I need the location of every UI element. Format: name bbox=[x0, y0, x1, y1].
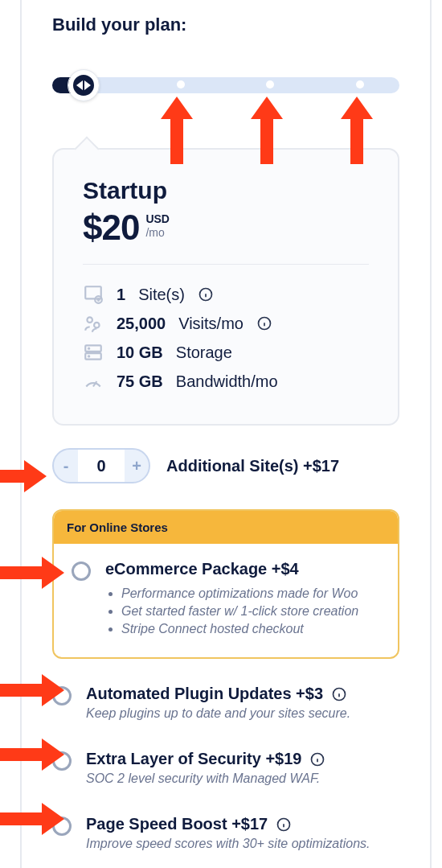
slider-track bbox=[52, 77, 399, 93]
page-title: Build your plan: bbox=[52, 14, 399, 35]
slider-handle[interactable] bbox=[68, 70, 99, 101]
spec-sites: 1 Site(s) bbox=[83, 284, 369, 305]
addon-security: Extra Layer of Security +$19 SOC 2 level… bbox=[52, 747, 399, 789]
spec-bandwidth: 75 GB Bandwidth/mo bbox=[83, 371, 369, 392]
plan-currency: USD bbox=[145, 212, 170, 226]
spec-bandwidth-value: 75 GB bbox=[117, 372, 163, 391]
plan-card: Startup $20 USD /mo 1 Site(s) 25,000 Vi bbox=[52, 148, 399, 426]
svg-point-3 bbox=[87, 317, 92, 323]
info-icon[interactable] bbox=[198, 286, 214, 302]
ecommerce-bullet: Get started faster w/ 1-click store crea… bbox=[121, 604, 358, 619]
info-icon[interactable] bbox=[256, 315, 272, 331]
addon-desc: Improve speed scores with 30+ site optim… bbox=[86, 837, 399, 851]
svg-point-9 bbox=[88, 356, 89, 356]
plan-price-row: $20 USD /mo bbox=[83, 208, 369, 248]
addon-desc: Keep plugins up to date and your sites s… bbox=[86, 706, 399, 721]
info-icon[interactable] bbox=[309, 751, 325, 767]
ecommerce-bullet-list: Performance optimizations made for Woo G… bbox=[105, 586, 358, 636]
spec-storage: 10 GB Storage bbox=[83, 342, 369, 363]
addon-radio[interactable] bbox=[52, 751, 72, 771]
slider-tick bbox=[177, 80, 185, 88]
divider bbox=[83, 264, 369, 265]
stepper-plus-button[interactable]: + bbox=[125, 450, 149, 482]
ecommerce-bullet: Stripe Connect hosted checkout bbox=[121, 622, 358, 636]
pricing-panel: Build your plan: Startup $20 USD /mo 1 S… bbox=[20, 0, 432, 868]
addon-page-speed: Page Speed Boost +$17 Improve speed scor… bbox=[52, 812, 399, 854]
additional-sites-row: - 0 + Additional Site(s) +$17 bbox=[52, 448, 399, 483]
spec-storage-label: Storage bbox=[176, 343, 232, 362]
addon-plugin-updates: Automated Plugin Updates +$3 Keep plugin… bbox=[52, 681, 399, 724]
sites-icon bbox=[83, 284, 104, 305]
visits-icon bbox=[83, 313, 104, 334]
ecommerce-bullet: Performance optimizations made for Woo bbox=[121, 586, 358, 601]
info-icon[interactable] bbox=[276, 817, 292, 833]
plan-price: $20 bbox=[83, 208, 139, 248]
addon-radio[interactable] bbox=[52, 686, 72, 706]
additional-sites-label: Additional Site(s) +$17 bbox=[166, 457, 339, 475]
svg-point-8 bbox=[88, 348, 89, 348]
ecommerce-badge: For Online Stores bbox=[54, 511, 398, 544]
stepper-minus-button[interactable]: - bbox=[54, 450, 78, 482]
addon-title: Automated Plugin Updates +$3 bbox=[86, 685, 323, 703]
ecommerce-radio[interactable] bbox=[72, 562, 91, 581]
ecommerce-title: eCommerce Package +$4 bbox=[105, 560, 299, 578]
additional-sites-stepper: - 0 + bbox=[52, 448, 150, 483]
addon-radio[interactable] bbox=[52, 817, 72, 836]
addon-desc: SOC 2 level security with Managed WAF. bbox=[86, 771, 399, 786]
spec-visits: 25,000 Visits/mo bbox=[83, 313, 369, 334]
spec-storage-value: 10 GB bbox=[117, 343, 163, 362]
plan-period: /mo bbox=[145, 226, 170, 240]
spec-sites-label: Site(s) bbox=[138, 286, 185, 304]
svg-point-4 bbox=[94, 323, 100, 328]
plan-price-meta: USD /mo bbox=[145, 212, 170, 240]
plan-tier-slider[interactable] bbox=[52, 64, 399, 105]
stepper-value: 0 bbox=[78, 450, 125, 482]
plan-name: Startup bbox=[83, 177, 369, 204]
spec-visits-label: Visits/mo bbox=[178, 315, 244, 333]
slider-tick bbox=[356, 80, 364, 88]
spec-sites-value: 1 bbox=[117, 286, 125, 304]
slider-tick bbox=[266, 80, 274, 88]
bandwidth-icon bbox=[83, 371, 104, 392]
spec-bandwidth-label: Bandwidth/mo bbox=[176, 372, 278, 391]
card-caret bbox=[74, 136, 99, 161]
ecommerce-content: eCommerce Package +$4 Performance optimi… bbox=[105, 560, 358, 640]
ecommerce-addon-card: For Online Stores eCommerce Package +$4 … bbox=[52, 509, 399, 659]
storage-icon bbox=[83, 342, 104, 363]
addon-title: Extra Layer of Security +$19 bbox=[86, 750, 301, 768]
addon-title: Page Speed Boost +$17 bbox=[86, 815, 268, 833]
info-icon[interactable] bbox=[331, 686, 347, 702]
spec-visits-value: 25,000 bbox=[117, 315, 166, 333]
